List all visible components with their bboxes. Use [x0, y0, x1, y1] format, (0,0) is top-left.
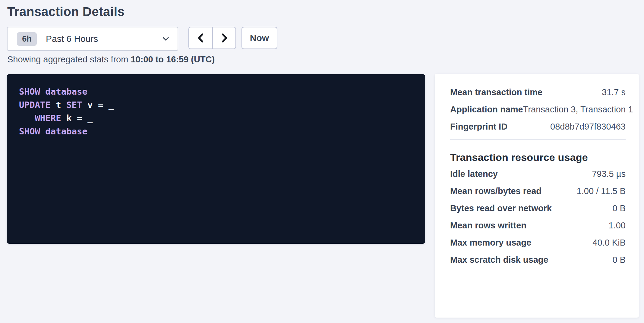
stat-label: Max scratch disk usage	[450, 255, 548, 264]
aggregation-summary-prefix: Showing aggregated stats from	[7, 55, 131, 64]
sql-keyword: UPDATE	[19, 100, 51, 110]
page-title: Transaction Details	[7, 4, 125, 19]
stat-value: 1.00 / 11.5 B	[577, 187, 626, 196]
stat-value: 0 B	[612, 255, 626, 264]
stat-row: Application nameTransaction 3, Transacti…	[450, 105, 626, 114]
sql-text: v = _	[82, 100, 114, 110]
stat-row: Bytes read over network0 B	[450, 204, 626, 213]
transaction-summary-rows: Mean transaction time31.7 sApplication n…	[450, 88, 626, 131]
stat-row: Idle latency793.5 µs	[450, 169, 626, 178]
time-range-nav	[188, 27, 236, 49]
stat-row: Max memory usage40.0 KiB	[450, 238, 626, 247]
sql-keyword: database	[45, 126, 87, 136]
sql-text	[19, 113, 35, 123]
stat-value: 793.5 µs	[592, 169, 626, 178]
sql-keyword: WHERE	[35, 113, 61, 123]
sql-text: t	[51, 100, 66, 110]
stat-label: Fingerprint ID	[450, 122, 507, 131]
resource-usage-heading: Transaction resource usage	[450, 151, 626, 163]
now-button[interactable]: Now	[242, 27, 277, 49]
time-controls: 6h Past 6 Hours Now	[7, 27, 277, 51]
sql-statement-box: SHOW database UPDATE t SET v = _ WHERE k…	[7, 74, 425, 244]
transaction-stats-card: Mean transaction time31.7 sApplication n…	[435, 74, 639, 318]
sql-keyword: database	[45, 86, 87, 97]
prev-range-button[interactable]	[189, 27, 212, 49]
stat-label: Bytes read over network	[450, 204, 552, 213]
stat-row: Fingerprint ID08d8b7d97f830463	[450, 122, 626, 131]
stat-row: Max scratch disk usage0 B	[450, 255, 626, 264]
stat-label: Mean rows/bytes read	[450, 187, 541, 196]
stat-value: 1.00	[609, 221, 626, 230]
chevron-left-icon	[196, 33, 206, 43]
stat-label: Max memory usage	[450, 238, 531, 247]
sql-text	[40, 86, 45, 97]
sql-text	[40, 126, 45, 136]
aggregation-summary-range: 10:00 to 16:59 (UTC)	[131, 55, 215, 64]
chevron-right-icon	[219, 33, 229, 43]
sql-keyword: SHOW	[19, 126, 40, 136]
transaction-resource-rows: Idle latency793.5 µsMean rows/bytes read…	[450, 169, 626, 264]
sql-keyword: SET	[66, 100, 82, 110]
card-divider	[450, 139, 626, 140]
aggregation-summary: Showing aggregated stats from 10:00 to 1…	[7, 54, 215, 64]
stat-label: Mean transaction time	[450, 88, 542, 97]
stat-value: 08d8b7d97f830463	[550, 122, 626, 131]
stat-label: Application name	[450, 105, 523, 114]
stat-value: Transaction 3, Transaction 1	[523, 105, 633, 114]
stat-value: 0 B	[612, 204, 626, 213]
stat-label: Mean rows written	[450, 221, 526, 230]
sql-text: k = _	[61, 113, 93, 123]
chevron-down-icon	[162, 35, 170, 43]
stat-value: 31.7 s	[602, 88, 626, 97]
time-range-select[interactable]: 6h Past 6 Hours	[7, 27, 178, 51]
stat-row: Mean rows/bytes read1.00 / 11.5 B	[450, 187, 626, 196]
sql-statement-text: SHOW database UPDATE t SET v = _ WHERE k…	[7, 74, 425, 149]
time-range-label: Past 6 Hours	[46, 34, 98, 44]
stat-label: Idle latency	[450, 169, 498, 178]
stat-row: Mean rows written1.00	[450, 221, 626, 230]
sql-keyword: SHOW	[19, 86, 40, 97]
stat-value: 40.0 KiB	[592, 238, 626, 247]
next-range-button[interactable]	[212, 27, 235, 49]
stat-row: Mean transaction time31.7 s	[450, 88, 626, 97]
time-range-badge: 6h	[17, 32, 37, 46]
